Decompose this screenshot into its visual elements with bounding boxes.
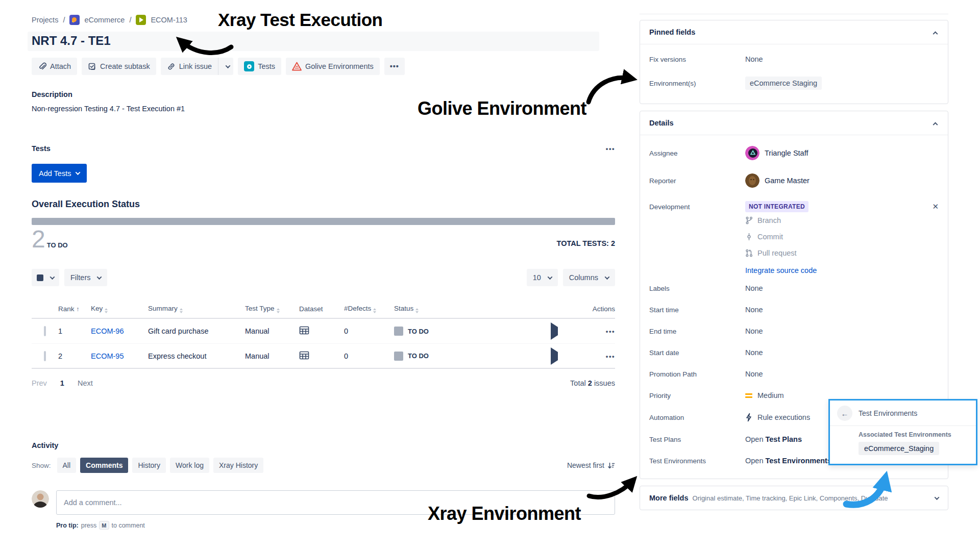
chevron-down-icon <box>76 170 81 175</box>
field-value[interactable]: None <box>745 306 763 314</box>
sort-asc-icon: ↑ <box>76 306 79 313</box>
link-issue-button[interactable]: Link issue <box>161 58 218 75</box>
attach-label: Attach <box>50 62 71 70</box>
attach-button[interactable]: Attach <box>32 58 77 75</box>
status-text: TO DO <box>408 328 429 335</box>
col-dataset[interactable]: Dataset <box>299 305 344 313</box>
col-summary[interactable]: Summary <box>148 305 245 313</box>
issue-key-link[interactable]: ECOM-95 <box>91 352 124 360</box>
page-size-dropdown[interactable]: 10 <box>527 269 558 286</box>
col-test-type[interactable]: Test Type <box>245 305 299 313</box>
breadcrumb-project[interactable]: eCommerce <box>84 16 125 24</box>
priority-value[interactable]: Medium <box>745 391 784 399</box>
add-tests-button[interactable]: Add Tests <box>32 164 87 183</box>
pull-request-link[interactable]: Pull request <box>745 245 939 261</box>
details-title: Details <box>649 119 674 127</box>
branch-label: Branch <box>757 216 781 224</box>
next-page-button[interactable]: Next <box>78 379 93 387</box>
issue-key-link[interactable]: ECOM-96 <box>91 327 124 335</box>
row-actions-button[interactable]: ••• <box>606 353 615 360</box>
breadcrumb-projects[interactable]: Projects <box>32 16 58 24</box>
priority-label: Medium <box>757 391 784 399</box>
field-value[interactable]: None <box>745 370 763 378</box>
current-page[interactable]: 1 <box>60 379 64 387</box>
commit-link[interactable]: Commit <box>745 229 939 245</box>
row-checkbox[interactable] <box>44 326 46 336</box>
create-subtask-button[interactable]: Create subtask <box>82 58 156 75</box>
field-value[interactable]: None <box>745 348 763 357</box>
filters-label: Filters <box>70 273 90 282</box>
assignee-user[interactable]: Triangle Staff <box>745 146 808 160</box>
col-defects[interactable]: #Defects <box>344 305 394 313</box>
open-test-plans-link[interactable]: Open Test Plans <box>745 435 802 443</box>
commit-label: Commit <box>757 233 783 241</box>
prev-page-button[interactable]: Prev <box>32 379 47 387</box>
field-value[interactable]: None <box>745 284 763 292</box>
popup-title: Test Environments <box>859 409 917 417</box>
rule-executions-link[interactable]: Rule executions <box>745 413 810 422</box>
toolbar-more-button[interactable]: ••• <box>384 58 405 75</box>
dataset-icon[interactable] <box>299 351 309 360</box>
tab-work-log[interactable]: Work log <box>170 458 209 473</box>
columns-dropdown[interactable]: Columns <box>563 269 615 286</box>
row-checkbox[interactable] <box>44 351 46 361</box>
field-environments: Environment(s) eCommerce Staging <box>649 70 939 96</box>
field-label: Development <box>649 203 745 211</box>
chevron-up-icon <box>933 31 938 36</box>
tab-comments[interactable]: Comments <box>80 458 128 473</box>
back-button[interactable]: ← <box>837 406 852 421</box>
create-subtask-label: Create subtask <box>100 62 150 70</box>
filters-dropdown[interactable]: Filters <box>64 269 107 286</box>
golive-environments-button[interactable]: Golive Environments <box>286 58 380 75</box>
activity-filter-row: Show: All Comments History Work log Xray… <box>32 458 615 473</box>
status-filter-dropdown[interactable] <box>32 269 59 286</box>
popup-subtitle: Associated Test Environments <box>859 431 976 438</box>
cell-test-type: Manual <box>245 327 299 335</box>
open-test-environments-link[interactable]: Open Test Environments <box>745 457 831 465</box>
project-avatar-icon <box>69 15 80 25</box>
chevron-down-icon <box>547 274 552 280</box>
execute-play-button[interactable] <box>551 322 558 340</box>
branch-link[interactable]: Branch <box>745 212 939 229</box>
pinned-fields-header[interactable]: Pinned fields <box>640 20 948 44</box>
show-label: Show: <box>32 462 51 469</box>
environment-value[interactable]: eCommerce Staging <box>745 77 822 90</box>
col-key[interactable]: Key <box>91 305 148 313</box>
sort-icon <box>373 308 376 313</box>
field-label: Assignee <box>649 149 745 157</box>
cell-defects: 0 <box>344 327 394 335</box>
tests-more-button[interactable]: ••• <box>606 145 615 153</box>
status-chip[interactable]: TO DO <box>394 327 551 336</box>
not-integrated-badge: NOT INTEGRATED <box>745 201 808 212</box>
page-title[interactable]: NRT 4.7 - TE1 <box>28 32 599 51</box>
status-color-icon <box>394 352 403 361</box>
field-start-time: Start time None <box>649 299 939 320</box>
tab-all[interactable]: All <box>57 458 77 473</box>
integrate-source-code-link[interactable]: Integrate source code <box>745 261 939 278</box>
tab-history[interactable]: History <box>132 458 166 473</box>
execution-progress-bar <box>32 218 615 225</box>
field-label: End time <box>649 328 745 335</box>
annotation-golive-environment: Golive Environment <box>418 98 586 119</box>
tab-xray-history[interactable]: Xray History <box>213 458 263 473</box>
col-status[interactable]: Status <box>394 305 551 313</box>
details-header[interactable]: Details <box>640 111 948 135</box>
field-value[interactable]: None <box>745 55 763 63</box>
execute-play-button[interactable] <box>551 347 558 365</box>
close-icon[interactable]: ✕ <box>932 202 939 211</box>
more-fields-header[interactable]: More fields Original estimate, Time trac… <box>640 486 948 510</box>
reporter-user[interactable]: Game Master <box>745 173 810 188</box>
link-issue-caret[interactable] <box>218 58 233 75</box>
status-chip[interactable]: TO DO <box>394 352 551 361</box>
col-rank[interactable]: Rank ↑ <box>58 305 91 313</box>
row-actions-button[interactable]: ••• <box>606 328 615 335</box>
field-label: Test Environments <box>649 457 745 465</box>
dataset-icon[interactable] <box>299 326 309 335</box>
field-value[interactable]: None <box>745 327 763 335</box>
test-execution-icon <box>136 15 146 25</box>
field-promotion-path: Promotion Path None <box>649 363 939 385</box>
chevron-down-icon <box>225 63 230 68</box>
field-label: Start time <box>649 306 745 314</box>
tests-button[interactable]: Tests <box>238 58 281 75</box>
total-tests-label: TOTAL TESTS: 2 <box>557 239 615 252</box>
